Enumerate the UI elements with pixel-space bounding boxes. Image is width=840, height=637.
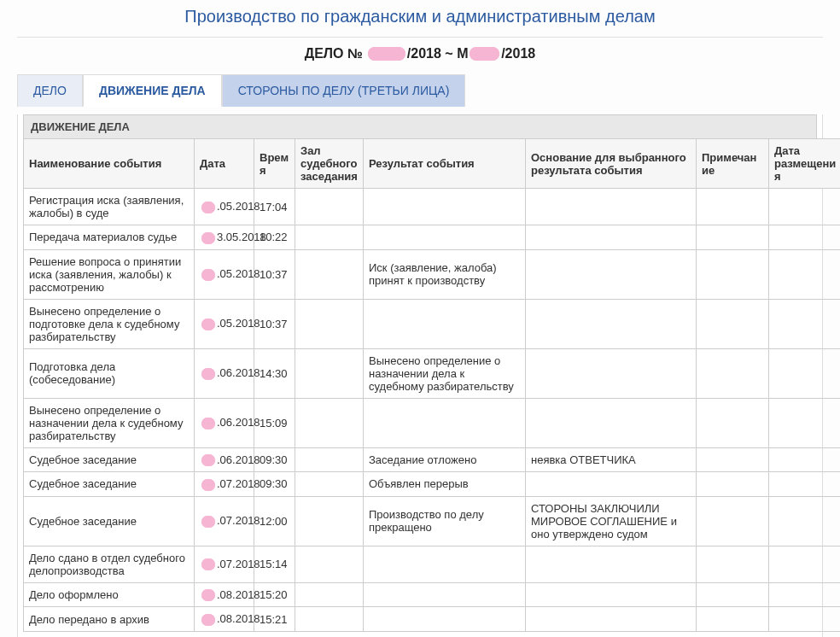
event-text: Подготовка дела (собеседование) xyxy=(29,360,115,386)
cell-basis xyxy=(526,582,697,607)
cell-basis xyxy=(526,607,697,632)
result-text: Объявлен перерыв xyxy=(369,477,469,490)
cell-date: x.07.2018 xyxy=(195,546,254,582)
event-text: Судебное заседание xyxy=(29,515,137,528)
cell-time: 09:30 xyxy=(254,472,295,497)
cell-result: Объявлен перерыв xyxy=(364,472,526,497)
date-suffix: .08.2018 xyxy=(217,588,260,601)
cell-result: Заседание отложено xyxy=(364,447,526,472)
redacted-segment: x xyxy=(201,589,215,601)
cell-date: x.06.2018 xyxy=(195,348,254,398)
basis-text: неявка ОТВЕТЧИКА xyxy=(531,453,636,466)
cell-event: Регистрация иска (заявления, жалобы) в с… xyxy=(24,189,195,225)
event-text: Передача материалов судье xyxy=(29,231,177,243)
cell-basis xyxy=(526,249,697,299)
date-suffix: .08.2018 xyxy=(217,612,260,625)
cell-event: Дело оформлено xyxy=(24,582,195,607)
cell-posted xyxy=(769,472,841,497)
cell-note xyxy=(697,189,769,225)
date-suffix: .05.2018 xyxy=(217,200,260,213)
cell-event: Решение вопроса о принятии иска (заявлен… xyxy=(24,249,195,299)
cell-result: Иск (заявление, жалоба) принят к произво… xyxy=(364,249,526,299)
cell-result xyxy=(364,582,526,607)
divider xyxy=(17,37,823,38)
event-text: Дело сдано в отдел судебного делопроизво… xyxy=(29,552,185,577)
redacted-segment: x xyxy=(201,202,215,213)
date-suffix: .06.2018 xyxy=(217,416,260,429)
table-row: Вынесено определение о назначении дела к… xyxy=(24,398,841,447)
cell-note xyxy=(697,447,769,472)
col-time: Время xyxy=(254,139,295,189)
cell-posted xyxy=(769,582,841,607)
redacted-segment: x xyxy=(201,454,215,466)
col-posted: Дата размещения xyxy=(769,139,841,189)
cell-time: 15:20 xyxy=(254,582,295,607)
cell-posted xyxy=(769,398,841,447)
cell-date: x.05.2018 xyxy=(195,249,254,299)
cell-event: Дело передано в архив xyxy=(24,607,195,632)
date-suffix: .05.2018 xyxy=(217,267,260,280)
table-row: Регистрация иска (заявления, жалобы) в с… xyxy=(24,189,841,225)
cell-result xyxy=(364,299,526,348)
time-text: 09:30 xyxy=(260,477,288,490)
cell-result xyxy=(364,546,526,582)
case-part1-suffix: /2018 xyxy=(407,46,441,61)
cell-result: Вынесено определение о назначении дела к… xyxy=(364,348,526,398)
cell-note xyxy=(697,496,769,546)
cell-date: x.06.2018 xyxy=(195,398,254,447)
case-prefix: ДЕЛО № xyxy=(305,46,363,61)
col-basis: Основание для выбранного результата собы… xyxy=(526,139,697,189)
cell-date: x.05.2018 xyxy=(195,189,254,225)
cell-room xyxy=(295,496,364,546)
table-header-row: Наименование события Дата Время Зал суде… xyxy=(24,139,841,189)
cell-posted xyxy=(769,189,841,225)
cell-date: x.08.2018 xyxy=(195,607,254,632)
cell-basis xyxy=(526,348,697,398)
time-text: 09:30 xyxy=(260,453,288,466)
tabs: ДЕЛО ДВИЖЕНИЕ ДЕЛА СТОРОНЫ ПО ДЕЛУ (ТРЕТ… xyxy=(17,74,823,107)
col-date: Дата xyxy=(195,139,254,189)
result-text: Производство по делу прекращено xyxy=(369,508,484,534)
cell-time: 15:09 xyxy=(254,398,295,447)
table-row: Подготовка дела (собеседование)x.06.2018… xyxy=(24,348,841,398)
event-text: Судебное заседание xyxy=(29,477,137,490)
cell-note xyxy=(697,546,769,582)
cell-event: Дело сдано в отдел судебного делопроизво… xyxy=(24,546,195,582)
time-text: 10:37 xyxy=(260,268,288,281)
col-event: Наименование события xyxy=(24,139,195,189)
result-text: Вынесено определение о назначении дела к… xyxy=(369,354,514,393)
table-row: Передача материалов судьеx3.05.201810:22 xyxy=(24,225,841,250)
redacted-segment: x xyxy=(201,479,215,491)
cell-basis: СТОРОНЫ ЗАКЛЮЧИЛИ МИРОВОЕ СОГЛАШЕНИЕ и о… xyxy=(526,496,697,546)
time-text: 12:00 xyxy=(260,515,288,528)
content-panel: ДВИЖЕНИЕ ДЕЛА Наименование события Дата … xyxy=(17,114,823,637)
cell-event: Судебное заседание xyxy=(24,496,195,546)
cell-posted xyxy=(769,496,841,546)
cell-event: Вынесено определение о назначении дела к… xyxy=(24,398,195,447)
cell-room xyxy=(295,249,364,299)
basis-text: СТОРОНЫ ЗАКЛЮЧИЛИ МИРОВОЕ СОГЛАШЕНИЕ и о… xyxy=(531,502,677,541)
cell-result xyxy=(364,607,526,632)
cell-room xyxy=(295,582,364,607)
event-text: Вынесено определение о подготовке дела к… xyxy=(29,305,179,343)
time-text: 10:37 xyxy=(260,318,288,330)
event-text: Дело оформлено xyxy=(29,588,119,601)
tab-sides[interactable]: СТОРОНЫ ПО ДЕЛУ (ТРЕТЬИ ЛИЦА) xyxy=(222,74,466,107)
cell-date: x.07.2018 xyxy=(195,496,254,546)
cell-basis xyxy=(526,546,697,582)
tab-case[interactable]: ДЕЛО xyxy=(17,74,83,107)
cell-result xyxy=(364,225,526,250)
cell-time: 10:22 xyxy=(254,225,295,250)
cell-date: x.08.2018 xyxy=(195,582,254,607)
result-text: Иск (заявление, жалоба) принят к произво… xyxy=(369,261,497,287)
table-row: Дело передано в архивx.08.201815:21 xyxy=(24,607,841,632)
case-separator: ~ xyxy=(445,46,452,61)
redacted-segment: x xyxy=(201,318,215,330)
cell-basis xyxy=(526,299,697,348)
event-text: Судебное заседание xyxy=(29,453,137,466)
tab-motion[interactable]: ДВИЖЕНИЕ ДЕЛА xyxy=(83,74,222,107)
cell-event: Судебное заседание xyxy=(24,447,195,472)
redacted-segment: x xyxy=(201,558,215,570)
redacted-segment: x xyxy=(201,269,215,281)
page-title: Производство по гражданским и администра… xyxy=(17,0,823,37)
